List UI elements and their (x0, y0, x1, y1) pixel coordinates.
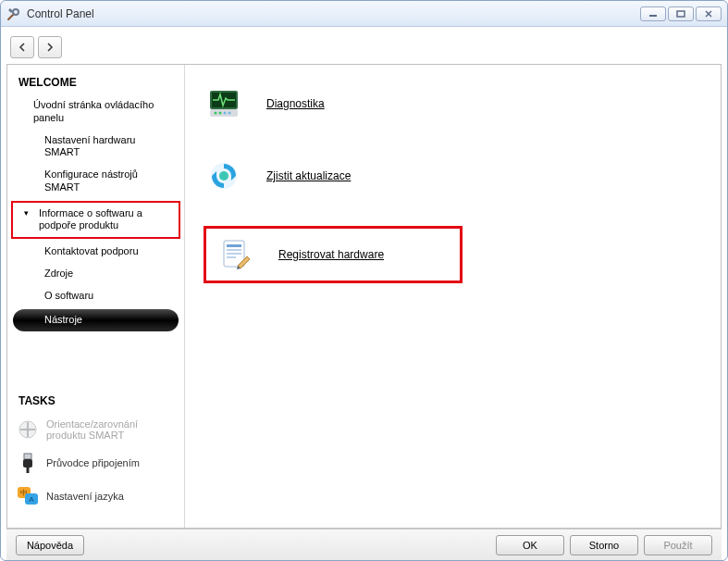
app-tools-icon (6, 6, 21, 21)
task-connection-wizard[interactable]: Průvodce připojením (7, 446, 184, 480)
sidebar-item-about[interactable]: O softwaru (7, 285, 184, 307)
svg-rect-24 (227, 253, 241, 255)
svg-rect-23 (227, 249, 241, 251)
sidebar-item-resources[interactable]: Zdroje (7, 263, 184, 285)
refresh-update-icon (207, 159, 241, 193)
task-label: Orientace/zarovnání produktu SMART (46, 418, 175, 441)
close-button[interactable] (696, 6, 722, 21)
row-register-hardware: Registrovat hardware (204, 226, 463, 283)
svg-point-20 (219, 171, 228, 181)
crosshair-icon (17, 418, 39, 441)
svg-point-4 (26, 428, 30, 431)
usb-plug-icon (17, 452, 39, 474)
sidebar-item-tool-config[interactable]: Konfigurace nástrojů SMART (7, 164, 184, 199)
titlebar: Control Panel (1, 1, 727, 27)
nav-forward-button[interactable] (38, 36, 62, 58)
svg-rect-25 (227, 256, 236, 258)
svg-rect-2 (677, 11, 685, 17)
control-panel-window: Control Panel WELCOME Úvodní stránka ovl… (0, 0, 728, 561)
task-label: Nastavení jazyka (46, 491, 124, 502)
nav-back-button[interactable] (10, 36, 34, 58)
content-area: WELCOME Úvodní stránka ovládacího panelu… (6, 64, 722, 529)
svg-rect-5 (24, 454, 31, 459)
nav-toolbar (6, 32, 722, 64)
task-orient-align: Orientace/zarovnání produktu SMART (7, 413, 184, 446)
link-check-updates[interactable]: Zjistit aktualizace (266, 169, 351, 182)
svg-point-18 (228, 112, 231, 115)
svg-rect-1 (649, 15, 657, 17)
apply-button[interactable]: Použít (644, 535, 712, 555)
sidebar: WELCOME Úvodní stránka ovládacího panelu… (7, 65, 185, 528)
row-diagnostics: Diagnostika (204, 81, 702, 126)
row-updates: Zjistit aktualizace (204, 154, 702, 198)
svg-point-16 (219, 112, 222, 115)
cancel-button[interactable]: Storno (570, 535, 638, 555)
dialog-footer: Nápověda OK Storno Použít (6, 529, 722, 560)
sidebar-item-tools[interactable]: Nástroje (13, 309, 179, 331)
svg-text:A: A (29, 495, 34, 504)
link-diagnostics[interactable]: Diagnostika (266, 97, 325, 110)
sidebar-item-hw-settings[interactable]: Nastavení hardwaru SMART (7, 130, 184, 165)
diagnostics-icon (207, 87, 241, 120)
welcome-heading: WELCOME (7, 72, 184, 94)
sidebar-item-home[interactable]: Úvodní stránka ovládacího panelu (7, 94, 184, 130)
window-title: Control Panel (27, 7, 94, 20)
task-label: Průvodce připojením (46, 457, 140, 468)
maximize-button[interactable] (668, 6, 694, 21)
svg-point-17 (224, 112, 227, 115)
minimize-button[interactable] (640, 6, 666, 21)
svg-point-15 (215, 112, 217, 115)
svg-rect-7 (27, 468, 30, 473)
task-language-settings[interactable]: 中 A Nastavení jazyka (7, 480, 184, 513)
help-button[interactable]: Nápověda (16, 535, 84, 555)
main-panel: Diagnostika Zjistit aktualizace (185, 65, 721, 528)
language-icon: 中 A (17, 485, 39, 507)
svg-rect-6 (23, 459, 32, 468)
sidebar-item-contact-support[interactable]: Kontaktovat podporu (7, 241, 184, 263)
ok-button[interactable]: OK (496, 535, 564, 555)
svg-rect-22 (227, 244, 241, 247)
tasks-heading: TASKS (7, 391, 184, 413)
svg-point-0 (13, 9, 19, 15)
register-form-icon (219, 238, 253, 271)
link-register-hardware[interactable]: Registrovat hardware (278, 248, 384, 261)
sidebar-item-software-support[interactable]: Informace o softwaru a podpoře produktu (11, 201, 180, 240)
